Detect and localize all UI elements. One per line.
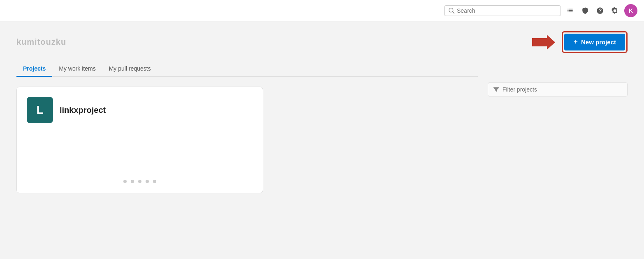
new-project-button[interactable]: + New project [564, 34, 625, 50]
settings-icon-button[interactable] [609, 5, 620, 16]
avatar[interactable]: K [624, 4, 637, 17]
checklist-icon-button[interactable] [565, 5, 576, 16]
help-icon-button[interactable] [595, 5, 605, 16]
shield-icon-button[interactable] [580, 5, 591, 16]
new-project-plus-icon: + [573, 38, 578, 46]
settings-icon [611, 7, 619, 14]
search-icon [449, 8, 454, 14]
filter-projects-box[interactable] [488, 83, 628, 96]
dot-3 [138, 180, 141, 183]
project-card[interactable]: L linkxproject [16, 87, 263, 193]
tab-bar: Projects My work items My pull requests [16, 61, 478, 77]
arrow-indicator [532, 35, 555, 50]
checklist-icon [567, 7, 574, 14]
dot-1 [123, 180, 127, 183]
project-card-header: L linkxproject [27, 97, 253, 123]
svg-marker-0 [532, 35, 555, 50]
search-box[interactable] [444, 5, 561, 16]
filter-icon [493, 86, 499, 93]
dot-5 [153, 180, 156, 183]
new-project-label: New project [581, 39, 616, 46]
project-logo: L [27, 97, 53, 123]
new-project-button-wrapper: + New project [562, 31, 628, 53]
topbar: K [0, 0, 644, 21]
arrow-icon [532, 35, 555, 50]
tab-pull-requests[interactable]: My pull requests [102, 61, 158, 77]
tab-projects[interactable]: Projects [16, 61, 52, 77]
shield-icon [581, 7, 589, 14]
right-panel [488, 83, 628, 96]
username-label: kumitouzku [16, 37, 66, 47]
page-header: kumitouzku + New project [16, 31, 628, 53]
dot-4 [146, 180, 149, 183]
card-pagination-dots [27, 180, 253, 183]
help-icon [596, 7, 604, 14]
new-project-area: + New project [532, 31, 628, 53]
dot-2 [131, 180, 134, 183]
filter-projects-input[interactable] [503, 86, 622, 93]
project-name: linkxproject [60, 105, 106, 115]
search-input[interactable] [457, 7, 556, 14]
main-content: kumitouzku + New project Projects My w [0, 21, 644, 203]
tab-work-items[interactable]: My work items [52, 61, 102, 77]
